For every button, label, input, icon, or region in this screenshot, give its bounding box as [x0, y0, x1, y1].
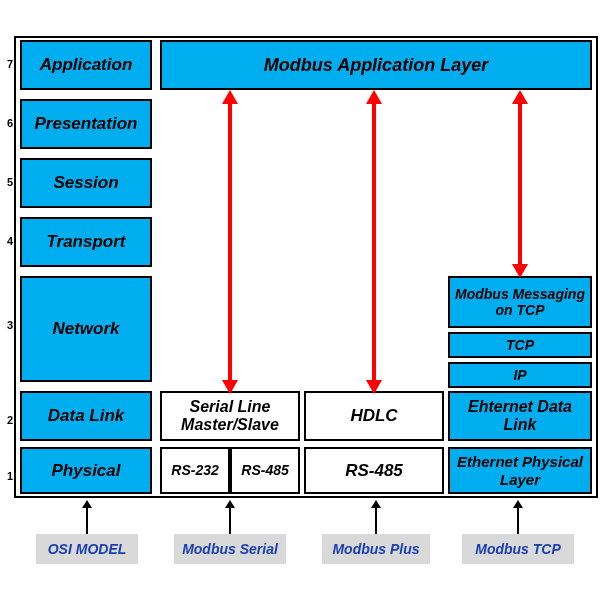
legend-arrow-serial-head-icon [225, 500, 235, 508]
layer-number-4: 4 [3, 235, 13, 247]
tcp-tcp: TCP [448, 332, 592, 358]
tcp-data-link: Ehternet Data Link [448, 391, 592, 441]
osi-data-link: Data Link [20, 391, 152, 441]
layer-number-6: 6 [3, 117, 13, 129]
osi-network: Network [20, 276, 152, 382]
layer-number-7: 7 [3, 58, 13, 70]
tcp-ip: IP [448, 362, 592, 388]
legend-arrow-serial [229, 508, 231, 534]
diagram-canvas: 7 6 5 4 3 2 1 Application Presentation S… [0, 0, 608, 589]
osi-application: Application [20, 40, 152, 90]
red-arrow-plus [372, 100, 376, 384]
layer-number-1: 1 [3, 470, 13, 482]
red-arrow-plus-up-icon [366, 90, 382, 104]
modbus-application-layer: Modbus Application Layer [160, 40, 592, 90]
tcp-modbus-messaging: Modbus Messaging on TCP [448, 276, 592, 328]
red-arrow-tcp-down-icon [512, 264, 528, 278]
osi-transport: Transport [20, 217, 152, 267]
red-arrow-plus-down-icon [366, 380, 382, 394]
legend-arrow-tcp [517, 508, 519, 534]
layer-number-3: 3 [3, 319, 13, 331]
red-arrow-serial [228, 100, 232, 384]
osi-physical: Physical [20, 447, 152, 494]
plus-physical-rs485: RS-485 [304, 447, 444, 494]
serial-data-link: Serial Line Master/Slave [160, 391, 300, 441]
layer-number-5: 5 [3, 176, 13, 188]
plus-data-link: HDLC [304, 391, 444, 441]
legend-arrow-tcp-head-icon [513, 500, 523, 508]
legend-arrow-osi [86, 508, 88, 534]
osi-presentation: Presentation [20, 99, 152, 149]
serial-physical-rs485: RS-485 [230, 447, 300, 494]
tcp-physical: Ethernet Physical Layer [448, 447, 592, 494]
layer-number-2: 2 [3, 414, 13, 426]
osi-session: Session [20, 158, 152, 208]
red-arrow-tcp [518, 100, 522, 268]
legend-serial: Modbus Serial [174, 534, 286, 564]
legend-arrow-plus [375, 508, 377, 534]
legend-arrow-plus-head-icon [371, 500, 381, 508]
red-arrow-serial-down-icon [222, 380, 238, 394]
red-arrow-tcp-up-icon [512, 90, 528, 104]
red-arrow-serial-up-icon [222, 90, 238, 104]
legend-tcp: Modbus TCP [462, 534, 574, 564]
legend-osi: OSI MODEL [36, 534, 138, 564]
legend-plus: Modbus Plus [322, 534, 430, 564]
legend-arrow-osi-head-icon [82, 500, 92, 508]
serial-physical-rs232: RS-232 [160, 447, 230, 494]
